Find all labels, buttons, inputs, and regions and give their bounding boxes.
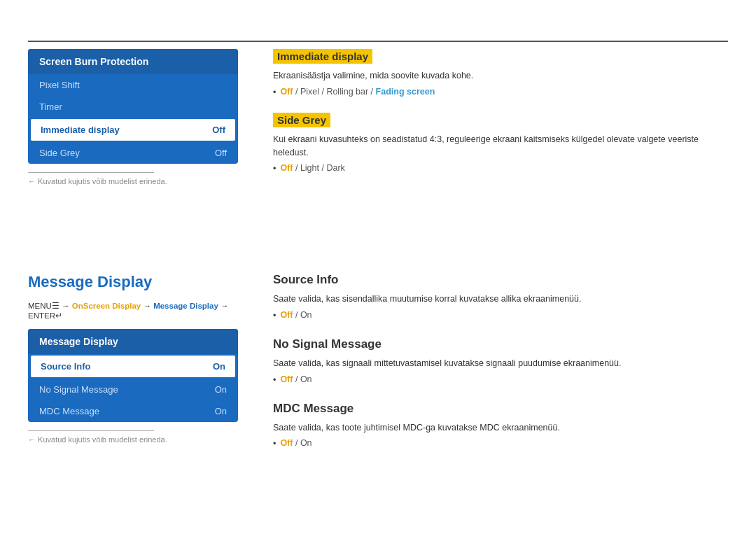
mdc-message-heading: MDC Message bbox=[273, 402, 728, 416]
menu-item-label: Source Info bbox=[41, 361, 91, 372]
bullet-dot: • bbox=[273, 164, 276, 174]
option-on: / On bbox=[295, 374, 312, 384]
side-grey-desc: Kui ekraani kuvasuhteks on seadistatud 4… bbox=[273, 133, 728, 160]
menu-item-value: Off bbox=[212, 125, 225, 135]
menu-item-label: No Signal Message bbox=[39, 384, 118, 395]
immediate-display-label: Immediate display bbox=[273, 49, 372, 64]
message-display-menu-box: Message Display Source Info On No Signal… bbox=[28, 329, 238, 422]
breadcrumb-arrow1: → bbox=[62, 302, 72, 310]
screen-burn-title: Screen Burn Protection bbox=[28, 49, 238, 74]
source-info-options: • Off / On bbox=[273, 310, 728, 321]
section-divider bbox=[28, 172, 154, 173]
breadcrumb-arrow3: → bbox=[220, 302, 229, 310]
options-text: Off / Light / Dark bbox=[280, 163, 344, 173]
section-gap-1 bbox=[273, 100, 728, 113]
menu-item-side-grey[interactable]: Side Grey Off bbox=[28, 142, 238, 164]
option-fading: Fading screen bbox=[376, 87, 435, 97]
bullet-dot: • bbox=[273, 439, 276, 449]
note-text-bottom: ← Kuvatud kujutis võib mudelist erineda. bbox=[28, 435, 238, 444]
bullet-dot: • bbox=[273, 311, 276, 321]
top-divider bbox=[28, 41, 728, 42]
menu-item-timer[interactable]: Timer bbox=[28, 96, 238, 118]
side-grey-label: Side Grey bbox=[273, 113, 330, 127]
option-on: / On bbox=[295, 310, 312, 320]
menu-item-value: Off bbox=[215, 148, 227, 158]
message-display-box-title: Message Display bbox=[28, 329, 238, 354]
menu-item-value: On bbox=[215, 384, 227, 395]
menu-item-immediate-display[interactable]: Immediate display Off bbox=[31, 119, 235, 141]
option-off: Off bbox=[280, 87, 293, 97]
breadcrumb-onscreen: OnScreen Display bbox=[72, 302, 141, 310]
options-text: Off / On bbox=[280, 310, 312, 320]
option-off: Off bbox=[280, 438, 293, 448]
menu-item-label: Immediate display bbox=[41, 125, 120, 135]
menu-item-pixel-shift[interactable]: Pixel Shift bbox=[28, 74, 238, 96]
mdc-message-section: MDC Message Saate valida, kas toote juht… bbox=[273, 402, 728, 449]
immediate-display-desc: Ekraanisäästja valimine, mida soovite ku… bbox=[273, 69, 728, 83]
no-signal-heading: No Signal Message bbox=[273, 337, 728, 351]
top-right-panel: Immediate display Ekraanisäästja valimin… bbox=[273, 49, 728, 176]
menu-item-value: On bbox=[215, 406, 227, 416]
no-signal-options: • Off / On bbox=[273, 374, 728, 385]
source-info-heading: Source Info bbox=[273, 273, 728, 287]
breadcrumb: MENU☰ → OnScreen Display → Message Displ… bbox=[28, 301, 238, 321]
side-grey-options: • Off / Light / Dark bbox=[273, 163, 728, 174]
option-off: Off bbox=[280, 374, 293, 384]
option-separator1: / Pixel / Rolling bar / bbox=[295, 87, 376, 97]
options-text: Off / Pixel / Rolling bar / Fading scree… bbox=[280, 87, 435, 97]
section-divider-bottom bbox=[28, 430, 154, 431]
mdc-message-desc: Saate valida, kas toote juhtimisel MDC-g… bbox=[273, 421, 728, 435]
message-display-title: Message Display bbox=[28, 273, 238, 291]
menu-item-label: MDC Message bbox=[39, 406, 99, 416]
note-text: ← Kuvatud kujutis võib mudelist erineda. bbox=[28, 177, 238, 185]
screen-burn-menu-box: Screen Burn Protection Pixel Shift Timer… bbox=[28, 49, 238, 164]
menu-item-source-info[interactable]: Source Info On bbox=[31, 356, 235, 377]
option-rest: / Light / Dark bbox=[295, 163, 345, 173]
source-info-desc: Saate valida, kas sisendallika muutumise… bbox=[273, 293, 728, 306]
menu-item-value: On bbox=[213, 361, 225, 372]
immediate-display-options: • Off / Pixel / Rolling bar / Fading scr… bbox=[273, 87, 728, 97]
menu-item-no-signal[interactable]: No Signal Message On bbox=[28, 379, 238, 400]
menu-item-label: Pixel Shift bbox=[39, 80, 80, 90]
no-signal-desc: Saate valida, kas signaali mittetuvastam… bbox=[273, 357, 728, 370]
menu-icon: ☰ bbox=[52, 302, 59, 310]
top-left-panel: Screen Burn Protection Pixel Shift Timer… bbox=[28, 49, 238, 185]
breadcrumb-arrow2: → bbox=[143, 302, 153, 310]
option-off: Off bbox=[280, 310, 293, 320]
breadcrumb-msgdisplay: Message Display bbox=[153, 302, 218, 310]
source-info-section: Source Info Saate valida, kas sisendalli… bbox=[273, 273, 728, 321]
bottom-right-panel: Source Info Saate valida, kas sisendalli… bbox=[273, 273, 728, 465]
options-text: Off / On bbox=[280, 438, 312, 448]
mdc-message-options: • Off / On bbox=[273, 438, 728, 449]
no-signal-section: No Signal Message Saate valida, kas sign… bbox=[273, 337, 728, 385]
breadcrumb-enter: ENTER↵ bbox=[28, 311, 62, 320]
bullet-dot: • bbox=[273, 375, 276, 385]
bottom-left-panel: Message Display MENU☰ → OnScreen Display… bbox=[28, 273, 238, 444]
option-off: Off bbox=[280, 163, 293, 173]
bullet-dot: • bbox=[273, 87, 276, 97]
immediate-display-section: Immediate display Ekraanisäästja valimin… bbox=[273, 49, 728, 97]
option-on: / On bbox=[295, 438, 312, 448]
menu-item-mdc-message[interactable]: MDC Message On bbox=[28, 400, 238, 422]
breadcrumb-menu: MENU bbox=[28, 302, 52, 310]
options-text: Off / On bbox=[280, 374, 312, 384]
side-grey-section: Side Grey Kui ekraani kuvasuhteks on sea… bbox=[273, 113, 728, 174]
menu-item-label: Timer bbox=[39, 101, 62, 112]
menu-item-label: Side Grey bbox=[39, 148, 80, 158]
